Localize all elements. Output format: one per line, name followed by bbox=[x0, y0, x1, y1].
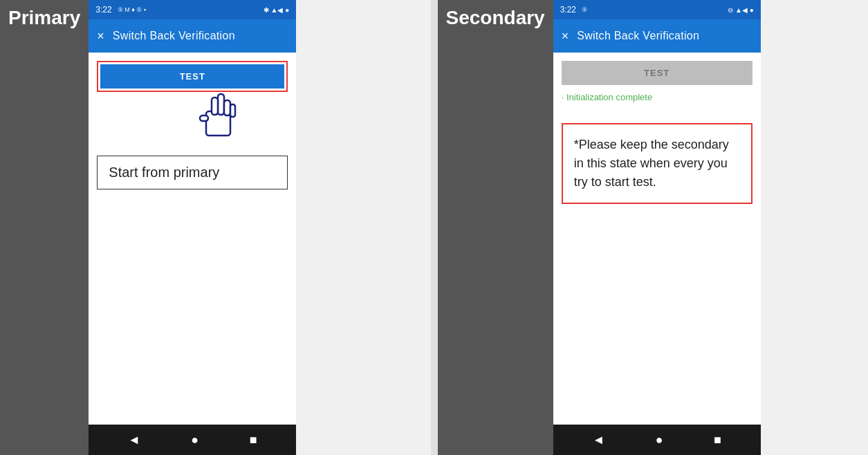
primary-label-section: Primary bbox=[0, 0, 89, 455]
svg-rect-4 bbox=[230, 104, 235, 117]
svg-rect-5 bbox=[200, 115, 208, 121]
secondary-status-icon-bell: ⑤ bbox=[582, 6, 587, 13]
back-button-right[interactable]: ◄ bbox=[592, 433, 604, 447]
primary-info-text: Start from primary bbox=[109, 165, 219, 180]
primary-test-button[interactable]: TEST bbox=[100, 64, 284, 89]
hand-cursor-icon bbox=[196, 91, 241, 142]
home-button-left[interactable]: ● bbox=[191, 433, 198, 447]
secondary-status-bar: 3:22 ⑤ ⊖ ▲◀ ● bbox=[553, 0, 761, 19]
primary-status-bar: 3:22 ⑤ M ♦ ⑤ ▪ ✱ ▲◀ ● bbox=[89, 0, 296, 19]
primary-nav-bar: ◄ ● ■ bbox=[89, 425, 296, 455]
svg-rect-2 bbox=[212, 98, 218, 115]
secondary-close-button[interactable]: × bbox=[562, 29, 569, 44]
secondary-time: 3:22 bbox=[560, 5, 576, 15]
svg-rect-1 bbox=[218, 94, 224, 115]
primary-phone-screen: 3:22 ⑤ M ♦ ⑤ ▪ ✱ ▲◀ ● × Switch Back Veri… bbox=[89, 0, 296, 455]
secondary-test-button: TEST bbox=[562, 61, 752, 85]
secondary-info-text: *Please keep the secondary in this state… bbox=[574, 138, 729, 189]
primary-status-icons-right: ✱ ▲◀ ● bbox=[264, 6, 290, 14]
secondary-phone-content: TEST · Initialization complete *Please k… bbox=[553, 53, 761, 425]
panel-divider bbox=[431, 0, 438, 455]
primary-app-bar: × Switch Back Verification bbox=[89, 19, 296, 53]
primary-close-button[interactable]: × bbox=[97, 29, 104, 44]
back-button-left[interactable]: ◄ bbox=[128, 433, 140, 447]
secondary-info-box: *Please keep the secondary in this state… bbox=[562, 123, 752, 204]
svg-rect-3 bbox=[224, 100, 230, 115]
home-button-right[interactable]: ● bbox=[656, 433, 663, 447]
right-panel: Secondary 3:22 ⑤ ⊖ ▲◀ ● × Switch Back Ve… bbox=[438, 0, 869, 455]
recent-button-right[interactable]: ■ bbox=[714, 433, 721, 447]
primary-status-left: 3:22 ⑤ M ♦ ⑤ ▪ bbox=[95, 5, 146, 15]
primary-status-icons-left: ⑤ M ♦ ⑤ ▪ bbox=[118, 6, 146, 13]
recent-button-left[interactable]: ■ bbox=[250, 433, 257, 447]
secondary-status-icons-right: ⊖ ▲◀ ● bbox=[728, 6, 754, 14]
left-panel: Primary 3:22 ⑤ M ♦ ⑤ ▪ ✱ ▲◀ ● × Switch B… bbox=[0, 0, 431, 455]
primary-test-button-wrapper: TEST bbox=[97, 61, 288, 92]
primary-info-box: Start from primary bbox=[97, 156, 288, 189]
secondary-label: Secondary bbox=[446, 7, 545, 29]
secondary-app-title: Switch Back Verification bbox=[577, 30, 699, 42]
secondary-phone-screen: 3:22 ⑤ ⊖ ▲◀ ● × Switch Back Verification… bbox=[553, 0, 761, 455]
init-complete-text: · Initialization complete bbox=[562, 92, 752, 102]
secondary-app-bar: × Switch Back Verification bbox=[553, 19, 761, 53]
secondary-status-left: 3:22 ⑤ bbox=[560, 5, 587, 15]
primary-time: 3:22 bbox=[95, 5, 111, 15]
primary-label: Primary bbox=[8, 7, 80, 29]
primary-phone-content: TEST Start from primary bbox=[89, 53, 296, 425]
primary-app-title: Switch Back Verification bbox=[113, 30, 235, 42]
secondary-label-section: Secondary bbox=[438, 0, 553, 455]
secondary-nav-bar: ◄ ● ■ bbox=[553, 425, 761, 455]
